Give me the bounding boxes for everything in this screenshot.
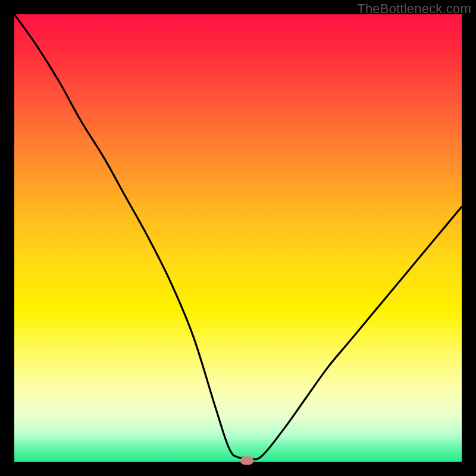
chart-frame: TheBottleneck.com — [0, 0, 476, 476]
plot-area — [14, 14, 462, 462]
optimal-point-marker — [240, 456, 253, 465]
attribution-text: TheBottleneck.com — [357, 1, 471, 17]
bottleneck-curve — [14, 14, 462, 462]
